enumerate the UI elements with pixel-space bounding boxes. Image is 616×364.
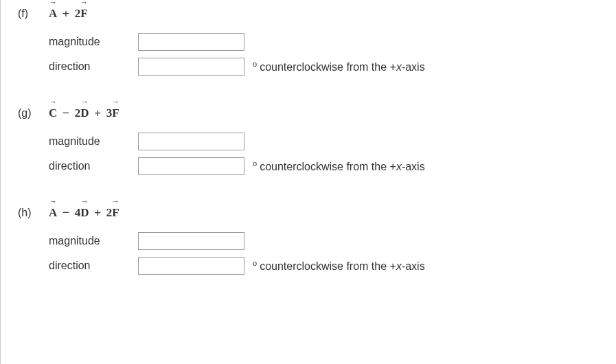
direction-row: direction ocounterclockwise from the +x-… <box>49 58 602 76</box>
direction-label: direction <box>49 160 138 172</box>
problem-g: (g) C − 2D + 3F magnitude direction ocou… <box>14 106 602 175</box>
degree-icon: o <box>253 259 257 267</box>
problem-h: (h) A − 4D + 2F magnitude direction ocou… <box>14 206 602 275</box>
problem-header: (f) A + 2F <box>14 7 602 21</box>
problem-label: (f) <box>14 8 49 20</box>
vector-expression: C − 2D + 3F <box>49 106 119 120</box>
direction-row: direction ocounterclockwise from the +x-… <box>49 257 602 275</box>
direction-label: direction <box>49 60 138 73</box>
magnitude-input[interactable] <box>138 133 244 150</box>
direction-input[interactable] <box>138 58 244 76</box>
direction-suffix: ocounterclockwise from the +x-axis <box>253 259 425 273</box>
magnitude-label: magnitude <box>49 135 138 148</box>
problem-header: (h) A − 4D + 2F <box>14 206 602 220</box>
direction-input[interactable] <box>138 257 244 275</box>
magnitude-row: magnitude <box>49 33 602 51</box>
direction-label: direction <box>49 260 138 272</box>
degree-icon: o <box>253 159 257 168</box>
degree-icon: o <box>253 60 257 68</box>
magnitude-label: magnitude <box>49 36 138 48</box>
magnitude-input[interactable] <box>138 232 244 250</box>
magnitude-label: magnitude <box>49 235 138 247</box>
direction-suffix: ocounterclockwise from the +x-axis <box>253 60 425 73</box>
vector-expression: A − 4D + 2F <box>49 206 119 220</box>
magnitude-row: magnitude <box>49 232 602 250</box>
problem-label: (g) <box>14 107 49 120</box>
direction-input[interactable] <box>138 157 244 175</box>
direction-suffix: ocounterclockwise from the +x-axis <box>253 159 425 173</box>
problem-f: (f) A + 2F magnitude direction ocounterc… <box>14 7 602 76</box>
problem-label: (h) <box>14 207 49 219</box>
direction-row: direction ocounterclockwise from the +x-… <box>49 157 602 175</box>
vector-expression: A + 2F <box>49 7 88 21</box>
problem-header: (g) C − 2D + 3F <box>14 106 602 120</box>
magnitude-input[interactable] <box>138 33 244 51</box>
magnitude-row: magnitude <box>49 133 602 150</box>
